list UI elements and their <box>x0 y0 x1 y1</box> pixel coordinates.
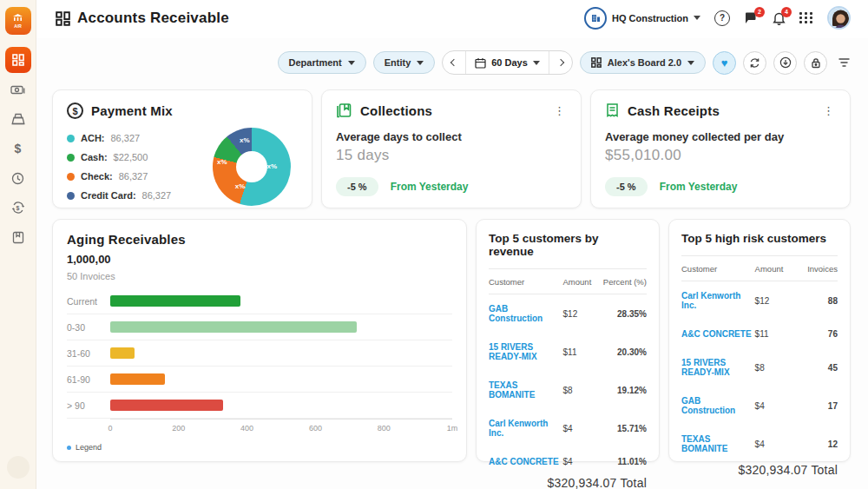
aging-total: 1,000,00 <box>67 253 452 266</box>
sidebar-item-register[interactable] <box>5 106 31 132</box>
sidebar-item-dashboard[interactable] <box>5 47 31 73</box>
top-revenue-title: Top 5 customers by revenue <box>489 232 647 258</box>
customer-link[interactable]: GAB Construction <box>489 304 563 323</box>
legend-item: Credit Card: 86,327 <box>67 190 171 201</box>
filter-button[interactable] <box>838 57 851 68</box>
aging-legend-toggle[interactable]: Legend <box>67 443 452 452</box>
collections-menu-button[interactable]: ⋮ <box>552 105 567 116</box>
board-selector[interactable]: Alex's Board 2.0 <box>580 51 706 74</box>
collections-title: Collections <box>360 103 432 118</box>
filter-icon <box>838 57 851 68</box>
bar-0-30[interactable] <box>110 321 357 333</box>
customer-link[interactable]: 15 RIVERS READY-MIX <box>489 342 563 361</box>
payment-mix-donut-chart[interactable]: x% x% x% x% <box>213 128 291 206</box>
donut-hole <box>236 151 267 182</box>
percent-cell: 28.35% <box>599 309 647 319</box>
table-row: GAB Construction $4 17 <box>681 387 838 425</box>
banknote-icon <box>10 84 25 96</box>
cash-receipts-title: Cash Receipts <box>628 103 720 118</box>
x-axis-tick-label: 400 <box>240 424 253 433</box>
user-avatar[interactable] <box>827 6 851 30</box>
table-row: 15 RIVERS READY-MIX $8 45 <box>681 348 838 387</box>
invoices-cell: 12 <box>791 439 838 449</box>
help-button[interactable]: ? <box>714 10 730 26</box>
sidebar-item-account-settings[interactable] <box>7 456 30 479</box>
customer-link[interactable]: A&C CONCRETE <box>489 457 563 466</box>
col-header-amount: Amount <box>563 277 600 287</box>
table-row: Carl Kenworth Inc. $4 15.71% <box>489 409 647 447</box>
bar-61-90[interactable] <box>110 373 165 385</box>
customer-link[interactable]: Carl Kenworth Inc. <box>489 419 563 438</box>
bar-31-60[interactable] <box>110 347 135 359</box>
dashboard-grid-icon <box>56 11 70 26</box>
amount-cell: $12 <box>563 309 600 319</box>
apps-button[interactable] <box>799 12 813 23</box>
favorite-button[interactable]: ♥ <box>713 51 736 75</box>
chevron-down-icon <box>687 61 694 65</box>
entity-filter[interactable]: Entity <box>373 51 436 74</box>
bank-icon <box>12 13 23 23</box>
legend-dot <box>67 192 75 200</box>
aging-legend-label: Legend <box>76 443 102 452</box>
help-icon: ? <box>714 10 730 26</box>
customer-link[interactable]: Carl Kenworth Inc. <box>681 291 755 310</box>
amount-cell: $8 <box>755 363 791 373</box>
amount-cell: $4 <box>563 457 600 466</box>
amount-cell: $4 <box>755 401 791 411</box>
customer-link[interactable]: GAB Construction <box>681 396 755 415</box>
amount-cell: $4 <box>755 439 791 449</box>
customer-link[interactable]: 15 RIVERS READY-MIX <box>681 358 755 377</box>
customer-link[interactable]: TEXAS BOMANITE <box>681 434 755 453</box>
bar-track <box>110 321 452 333</box>
sidebar-item-dollar[interactable]: $ <box>5 135 31 162</box>
table-row: GAB Construction $12 28.35% <box>489 294 647 333</box>
aging-bar-chart[interactable]: Current 0-30 31-60 61-90 > 90 0200400600… <box>67 288 452 434</box>
chevron-down-icon <box>694 16 700 20</box>
bar-current[interactable] <box>110 295 240 307</box>
date-range-control: 60 Days <box>442 50 573 75</box>
table-row: A&C CONCRETE $11 76 <box>681 320 838 348</box>
segment-label: x% <box>217 157 227 165</box>
messages-button[interactable]: 2 <box>744 11 759 25</box>
table-row: TEXAS BOMANITE $4 12 <box>681 425 838 463</box>
cash-receipts-menu-button[interactable]: ⋮ <box>821 105 836 116</box>
bar-track <box>110 400 452 411</box>
export-button[interactable] <box>773 51 797 75</box>
dollar-circle-icon: $ <box>67 102 83 119</box>
amount-cell: $12 <box>755 296 791 306</box>
lock-button[interactable] <box>804 51 827 75</box>
aging-invoice-count: 50 Invoices <box>67 271 452 281</box>
date-range-dropdown[interactable]: 60 Days <box>465 51 549 74</box>
col-header-amount: Amount <box>755 264 791 274</box>
dollar-icon: $ <box>15 142 22 155</box>
legend-dot <box>67 154 75 162</box>
bar-over-90[interactable] <box>110 400 223 411</box>
refresh-button[interactable] <box>743 51 766 75</box>
org-switcher[interactable]: HQ Construction <box>584 7 700 30</box>
segment-label: x% <box>267 162 278 170</box>
svg-text:$: $ <box>16 205 19 212</box>
customer-link[interactable]: TEXAS BOMANITE <box>489 380 563 400</box>
sidebar-item-recurring[interactable]: $ <box>5 195 31 221</box>
lock-icon <box>811 57 821 69</box>
legend-dot <box>67 135 75 142</box>
table-row: 15 RIVERS READY-MIX $11 20.30% <box>489 333 647 371</box>
sidebar-item-history[interactable] <box>5 165 31 191</box>
x-axis-tick-label: 200 <box>172 424 185 433</box>
user-settings-icon <box>11 462 24 473</box>
favorite-heart-icon: ♥ <box>721 57 728 69</box>
sidebar-item-ledger[interactable] <box>5 224 31 250</box>
date-next-button[interactable] <box>549 51 572 74</box>
aging-title: Aging Receivables <box>67 232 452 247</box>
department-filter[interactable]: Department <box>278 51 366 74</box>
legend-item: Check: 86,327 <box>67 171 171 182</box>
customer-link[interactable]: A&C CONCRETE <box>681 329 755 339</box>
col-header-customer: Customer <box>681 264 755 274</box>
app-logo[interactable]: A/R <box>5 7 31 35</box>
invoices-cell: 45 <box>791 363 838 373</box>
date-prev-button[interactable] <box>443 51 465 74</box>
notifications-button[interactable]: 4 <box>773 11 786 25</box>
legend-value: 86,327 <box>142 190 172 201</box>
collections-metric-value: 15 days <box>336 147 567 164</box>
sidebar-item-payments[interactable] <box>5 76 31 102</box>
